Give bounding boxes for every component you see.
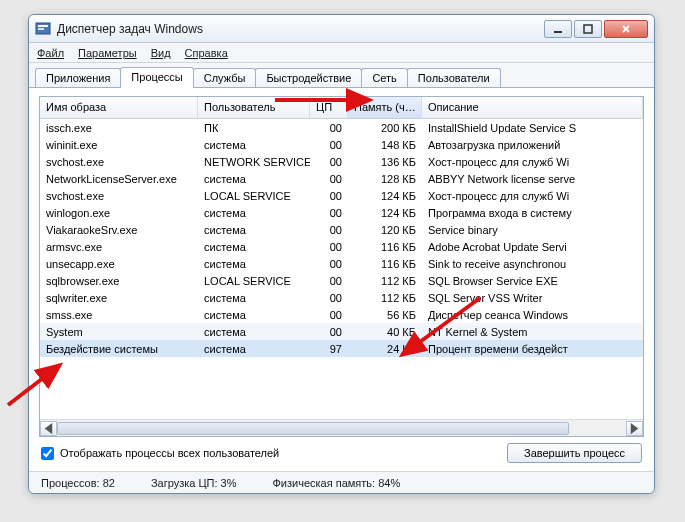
content-area: Имя образа Пользователь ЦП Память (ч… Оп… (29, 87, 654, 471)
menu-options[interactable]: Параметры (78, 47, 137, 59)
cell-user: LOCAL SERVICE (198, 274, 310, 288)
cell-mem: 112 КБ (348, 274, 422, 288)
cell-cpu: 00 (310, 189, 348, 203)
tab-performance[interactable]: Быстродействие (255, 68, 362, 88)
tab-applications[interactable]: Приложения (35, 68, 121, 88)
cell-user: система (198, 325, 310, 339)
table-row[interactable]: svchost.exeLOCAL SERVICE00124 КБХост-про… (40, 187, 643, 204)
cell-mem: 148 КБ (348, 138, 422, 152)
show-all-users-label: Отображать процессы всех пользователей (60, 447, 279, 459)
cell-desc: Adobe Acrobat Update Servi (422, 240, 643, 254)
col-cpu[interactable]: ЦП (310, 97, 348, 118)
cell-mem: 124 КБ (348, 206, 422, 220)
scroll-right-button[interactable] (626, 421, 643, 436)
table-row[interactable]: NetworkLicenseServer.exeсистема00128 КБA… (40, 170, 643, 187)
cell-desc: Программа входа в систему (422, 206, 643, 220)
cell-mem: 116 КБ (348, 240, 422, 254)
col-user[interactable]: Пользователь (198, 97, 310, 118)
cell-image: smss.exe (40, 308, 198, 322)
cell-mem: 24 КБ (348, 342, 422, 356)
table-row[interactable]: winlogon.exeсистема00124 КБПрограмма вхо… (40, 204, 643, 221)
col-description[interactable]: Описание (422, 97, 643, 118)
cell-image: sqlbrowser.exe (40, 274, 198, 288)
table-row[interactable]: unsecapp.exeсистема00116 КБSink to recei… (40, 255, 643, 272)
scroll-track[interactable] (57, 421, 626, 436)
tabstrip: Приложения Процессы Службы Быстродействи… (29, 63, 654, 87)
close-button[interactable] (604, 20, 648, 38)
col-image-name[interactable]: Имя образа (40, 97, 198, 118)
status-processes: Процессов: 82 (41, 477, 115, 489)
end-process-button[interactable]: Завершить процесс (507, 443, 642, 463)
cell-user: система (198, 291, 310, 305)
show-all-users-input[interactable] (41, 447, 54, 460)
scroll-thumb[interactable] (57, 422, 569, 435)
cell-desc: SQL Server VSS Writer (422, 291, 643, 305)
cell-user: система (198, 172, 310, 186)
tab-processes[interactable]: Процессы (120, 67, 193, 88)
process-rows: issch.exeПК00200 КБInstallShield Update … (40, 119, 643, 419)
table-row[interactable]: Бездействие системысистема9724 КБПроцент… (40, 340, 643, 357)
cell-user: LOCAL SERVICE (198, 189, 310, 203)
svg-marker-8 (631, 422, 639, 433)
cell-cpu: 00 (310, 206, 348, 220)
cell-mem: 40 КБ (348, 325, 422, 339)
cell-mem: 56 КБ (348, 308, 422, 322)
menu-view[interactable]: Вид (151, 47, 171, 59)
tab-network[interactable]: Сеть (361, 68, 407, 88)
table-row[interactable]: wininit.exeсистема00148 КБАвтозагрузка п… (40, 136, 643, 153)
cell-image: sqlwriter.exe (40, 291, 198, 305)
table-row[interactable]: sqlwriter.exeсистема00112 КБSQL Server V… (40, 289, 643, 306)
cell-image: issch.exe (40, 121, 198, 135)
cell-desc: Хост-процесс для служб Wi (422, 155, 643, 169)
titlebar[interactable]: Диспетчер задач Windows (29, 15, 654, 43)
cell-image: unsecapp.exe (40, 257, 198, 271)
cell-user: ПК (198, 121, 310, 135)
cell-image: System (40, 325, 198, 339)
tab-users[interactable]: Пользователи (407, 68, 501, 88)
cell-mem: 128 КБ (348, 172, 422, 186)
cell-mem: 112 КБ (348, 291, 422, 305)
menu-help[interactable]: Справка (185, 47, 228, 59)
table-row[interactable]: armsvc.exeсистема00116 КБAdobe Acrobat U… (40, 238, 643, 255)
column-headers: Имя образа Пользователь ЦП Память (ч… Оп… (40, 97, 643, 119)
cell-cpu: 00 (310, 155, 348, 169)
col-memory[interactable]: Память (ч… (348, 97, 422, 118)
cell-cpu: 97 (310, 342, 348, 356)
cell-user: система (198, 223, 310, 237)
cell-cpu: 00 (310, 138, 348, 152)
table-row[interactable]: smss.exeсистема0056 КБДиспетчер сеанса W… (40, 306, 643, 323)
cell-image: NetworkLicenseServer.exe (40, 172, 198, 186)
cell-mem: 200 КБ (348, 121, 422, 135)
cell-desc: Хост-процесс для служб Wi (422, 189, 643, 203)
horizontal-scrollbar[interactable] (40, 419, 643, 436)
statusbar: Процессов: 82 Загрузка ЦП: 3% Физическая… (29, 471, 654, 493)
menu-file[interactable]: Файл (37, 47, 64, 59)
cell-desc: NT Kernel & System (422, 325, 643, 339)
maximize-button[interactable] (574, 20, 602, 38)
svg-rect-4 (584, 25, 592, 33)
table-row[interactable]: sqlbrowser.exeLOCAL SERVICE00112 КБSQL B… (40, 272, 643, 289)
cell-cpu: 00 (310, 223, 348, 237)
cell-image: armsvc.exe (40, 240, 198, 254)
cell-desc: Процент времени бездейст (422, 342, 643, 356)
cell-cpu: 00 (310, 325, 348, 339)
cell-user: система (198, 206, 310, 220)
process-list: Имя образа Пользователь ЦП Память (ч… Оп… (39, 96, 644, 437)
cell-mem: 124 КБ (348, 189, 422, 203)
table-row[interactable]: issch.exeПК00200 КБInstallShield Update … (40, 119, 643, 136)
cell-user: система (198, 308, 310, 322)
tab-services[interactable]: Службы (193, 68, 257, 88)
table-row[interactable]: ViakaraokeSrv.exeсистема00120 КБService … (40, 221, 643, 238)
cell-desc: ABBYY Network license serve (422, 172, 643, 186)
scroll-left-button[interactable] (40, 421, 57, 436)
window-title: Диспетчер задач Windows (57, 22, 542, 36)
app-icon (35, 21, 51, 37)
cell-cpu: 00 (310, 121, 348, 135)
cell-cpu: 00 (310, 291, 348, 305)
minimize-button[interactable] (544, 20, 572, 38)
cell-desc: Sink to receive asynchronou (422, 257, 643, 271)
table-row[interactable]: svchost.exeNETWORK SERVICE00136 КБХост-п… (40, 153, 643, 170)
cell-image: wininit.exe (40, 138, 198, 152)
show-all-users-checkbox[interactable]: Отображать процессы всех пользователей (41, 447, 279, 460)
table-row[interactable]: Systemсистема0040 КБNT Kernel & System (40, 323, 643, 340)
